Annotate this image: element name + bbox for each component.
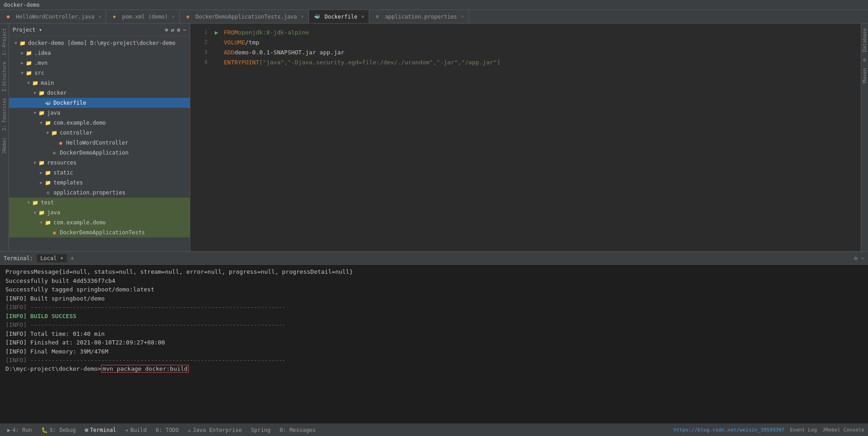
status-jrebel-console[interactable]: JRebel Console	[822, 427, 864, 433]
java-enterprise-icon: ☕	[188, 427, 191, 433]
code-line-1: 1 ▶ FROM openjdk:8-jdk-alpine	[190, 27, 861, 37]
terminal-tab-close[interactable]: ×	[60, 256, 63, 261]
tree-item-main[interactable]: ▼ 📁 main	[9, 78, 190, 88]
tab-dockerfile-label: Dockerfile	[325, 14, 357, 20]
tree-item-app-tests[interactable]: ▶ ● DockerDemoApplicationTests	[9, 228, 190, 237]
tab-hello[interactable]: ● HelloWordController.java ×	[0, 10, 106, 23]
tree-arrow-templates: ▶	[38, 179, 44, 186]
tab-tests-close[interactable]: ×	[301, 14, 304, 19]
tab-dockerfile-close[interactable]: ×	[362, 14, 364, 19]
toolbar-messages-button[interactable]: 0: Messages	[276, 426, 319, 435]
vtab-project[interactable]: 1: Project	[1, 25, 8, 58]
tree-item-root[interactable]: ▼ 📁 docker-demo [demo] D:\myc-project\do…	[9, 38, 190, 48]
tree-label-test-java: java	[47, 209, 60, 216]
java-icon-tests: ●	[51, 229, 58, 236]
tree-arrow-com: ▼	[38, 120, 44, 126]
java-enterprise-label: Java Enterprise	[193, 427, 242, 433]
java-icon: ●	[5, 14, 12, 20]
java-icon-hello: ●	[57, 140, 64, 146]
toolbar-debug-button[interactable]: 🐛 5: Debug	[38, 426, 80, 435]
right-panel-m[interactable]: m	[861, 56, 868, 64]
terminal-tab-label: Local	[40, 255, 57, 262]
code-keyword-add: ADD	[224, 49, 234, 56]
toolbar-spring-button[interactable]: Spring	[247, 426, 274, 435]
tree-item-dockerapp[interactable]: ▶ ⊛ DockerDemoApplication	[9, 148, 190, 158]
right-panel-maven[interactable]: Maven	[861, 65, 868, 86]
terminal-btn-label: Terminal	[90, 427, 116, 433]
tree-item-test[interactable]: ▼ 📁 test	[9, 198, 190, 208]
tab-tests[interactable]: ◉ DockerDemoApplicationTests.java ×	[180, 10, 309, 23]
bottom-toolbar: ▶ 4: Run 🐛 5: Debug ⊞ Terminal ✦ Build 6…	[0, 423, 868, 436]
bottom-area: Terminal: Local × + ⚙ − ProgressMessage{…	[0, 251, 868, 423]
tree-label-src: src	[34, 70, 44, 76]
vtab-jrebel[interactable]: JRebel	[1, 135, 8, 156]
tree-item-idea[interactable]: ▶ 📁 .idea	[9, 48, 190, 58]
tree-item-hello[interactable]: ▶ ● HelloWordController	[9, 138, 190, 148]
tree-label-controller: controller	[60, 130, 92, 136]
sidebar-close-icon[interactable]: −	[183, 27, 186, 33]
tree-item-templates[interactable]: ▶ 📁 templates	[9, 178, 190, 188]
tab-pom-close[interactable]: ×	[172, 14, 175, 19]
tree-label-static: static	[53, 170, 73, 176]
code-keyword-entrypoint: ENTRYPOINT	[224, 59, 259, 66]
terminal-add-button[interactable]: +	[70, 255, 74, 262]
tab-pom[interactable]: ◆ pom.xml (demo) ×	[106, 10, 179, 23]
code-value-add: demo-0.0.1-SNAPSHOT.jar app.jar	[234, 49, 344, 56]
props-icon: ⚙	[374, 14, 381, 20]
vtab-structure[interactable]: Z-Structure	[1, 59, 8, 94]
tab-hello-close[interactable]: ×	[98, 14, 101, 19]
tree-item-appprops[interactable]: ▶ ⚙ application.properties	[9, 188, 190, 198]
tree-item-src[interactable]: ▼ 📁 src	[9, 68, 190, 78]
toolbar-run-button[interactable]: ▶ 4: Run	[4, 426, 36, 435]
java-test-icon: ◉	[184, 14, 192, 20]
toolbar-java-enterprise-button[interactable]: ☕ Java Enterprise	[184, 426, 246, 435]
tree-label-java: java	[47, 110, 60, 116]
sidebar-sync-icon[interactable]: ⊕	[165, 27, 168, 33]
vtab-favorites[interactable]: 2: Favorites	[1, 95, 8, 133]
toolbar-terminal-button[interactable]: ⊞ Terminal	[81, 426, 120, 435]
terminal-tab-local[interactable]: Local ×	[37, 254, 67, 262]
top-bar-title: docker-demo	[4, 2, 39, 8]
tree-label-resources: resources	[47, 160, 77, 166]
toolbar-todo-button[interactable]: 6: TODO	[152, 426, 183, 435]
spring-label: Spring	[251, 427, 270, 433]
tree-item-test-com[interactable]: ▼ 📁 com.example.demo	[9, 218, 190, 228]
folder-icon-java: 📁	[38, 110, 45, 116]
terminal-line-3: Successfully tagged springboot/demo:late…	[5, 285, 863, 294]
tab-props-close[interactable]: ×	[461, 14, 464, 19]
editor-content[interactable]: 1 ▶ FROM openjdk:8-jdk-alpine 2 ▶ VOLUME…	[190, 24, 861, 251]
toolbar-build-button[interactable]: ✦ Build	[121, 426, 150, 435]
terminal-label: Terminal:	[4, 255, 33, 262]
tree-arrow-src: ▼	[19, 70, 25, 76]
tree-label-mvn: .mvn	[34, 60, 48, 66]
terminal-command[interactable]: mvn package docker:build	[101, 365, 189, 373]
line-number-2: 2	[194, 39, 207, 45]
status-event-log[interactable]: Event Log	[790, 427, 817, 433]
run-btn-1[interactable]: ▶	[215, 29, 222, 36]
tree-item-java[interactable]: ▼ 📁 java	[9, 108, 190, 118]
sidebar-settings-icon[interactable]: ⚙	[177, 27, 180, 33]
tree-item-controller[interactable]: ▼ 📁 controller	[9, 128, 190, 138]
folder-icon-idea: 📁	[25, 50, 33, 56]
tree-label-dockerapp: DockerDemoApplication	[60, 150, 129, 156]
terminal-line-2: Successfully built 4dd5336f7cb4	[5, 276, 863, 286]
tree-arrow-resources: ▼	[32, 160, 38, 166]
tree-item-test-java[interactable]: ▼ 📁 java	[9, 208, 190, 218]
tree-item-resources[interactable]: ▼ 📁 resources	[9, 158, 190, 168]
props-icon-tree: ⚙	[44, 189, 52, 196]
tree-item-mvn[interactable]: ▶ 📁 .mvn	[9, 58, 190, 68]
terminal-close-icon[interactable]: −	[861, 255, 864, 262]
tree-item-com-example[interactable]: ▼ 📁 com.example.demo	[9, 118, 190, 128]
tab-props[interactable]: ⚙ application.properties ×	[369, 10, 469, 23]
tree-item-dockerfile[interactable]: ▶ 🐳 Dockerfile	[9, 98, 190, 108]
terminal-settings-icon[interactable]: ⚙	[854, 255, 858, 262]
tree-item-docker[interactable]: ▼ 📁 docker	[9, 88, 190, 98]
tab-dockerfile[interactable]: 🐳 Dockerfile ×	[309, 10, 369, 23]
tree-label-test: test	[41, 199, 54, 206]
folder-icon-mvn: 📁	[25, 60, 33, 66]
status-blog-link[interactable]: https://blog.csdn.net/weixin_39599307	[674, 427, 785, 433]
terminal-body[interactable]: ProgressMessage{id=null, status=null, st…	[0, 265, 868, 423]
right-panel-database[interactable]: Database	[861, 25, 868, 55]
tree-item-static[interactable]: ▶ 📁 static	[9, 168, 190, 178]
sidebar-split-icon[interactable]: ⇄	[171, 27, 174, 33]
